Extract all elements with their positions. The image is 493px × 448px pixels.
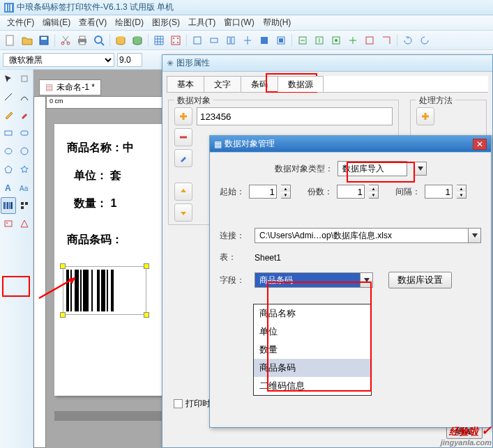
align4-button[interactable]: [240, 33, 255, 48]
circle-tool[interactable]: [17, 143, 33, 160]
open-button[interactable]: [20, 33, 35, 48]
field-combo[interactable]: 商品条码: [255, 272, 373, 288]
snap4-button[interactable]: [345, 33, 361, 48]
field-dropdown-list[interactable]: 商品名称 单位 数量 商品条码 二维码信息: [253, 304, 372, 396]
field-option-0[interactable]: 商品名称: [254, 304, 371, 323]
align2-button[interactable]: [206, 33, 222, 48]
rot1-button[interactable]: [400, 33, 416, 48]
svg-point-18: [173, 42, 174, 43]
brush-tool[interactable]: [17, 107, 33, 123]
menu-file[interactable]: 文件(F): [3, 15, 38, 30]
close-button[interactable]: ✕: [473, 139, 487, 150]
snap1-button[interactable]: [295, 33, 310, 48]
menu-draw[interactable]: 绘图(D): [111, 15, 148, 30]
ellipse-tool[interactable]: [1, 143, 16, 160]
align6-button[interactable]: [273, 33, 289, 48]
field-option-1[interactable]: 单位: [254, 323, 371, 341]
start-input[interactable]: [249, 185, 277, 199]
connect-combo[interactable]: C:\Users\Admi…op\数据库信息.xlsx: [255, 228, 481, 243]
roundrect-tool[interactable]: [17, 125, 33, 141]
sel-handle-sw[interactable]: [60, 312, 66, 318]
shape-tool[interactable]: [17, 215, 33, 232]
count-input[interactable]: [337, 185, 365, 199]
scrollbar-h[interactable]: [54, 411, 173, 421]
document-tab[interactable]: ▤ 未命名-1 *: [39, 79, 101, 95]
dialog1-titlebar[interactable]: ✳ 图形属性: [162, 55, 492, 72]
field-option-3[interactable]: 商品条码: [254, 359, 371, 377]
rot2-button[interactable]: [417, 33, 432, 48]
db2-button[interactable]: [130, 33, 145, 48]
interval-spinner[interactable]: ▲▼: [457, 185, 467, 199]
barcode-tool[interactable]: [1, 197, 16, 214]
menu-help[interactable]: 帮助(H): [259, 15, 296, 30]
grid-button[interactable]: [151, 33, 167, 48]
type-dropdown-button[interactable]: [414, 162, 427, 176]
data-value-input[interactable]: [197, 107, 393, 125]
type-combo[interactable]: 数据库导入: [337, 161, 407, 176]
tab-barcode[interactable]: 条码: [241, 76, 278, 92]
method-add-button[interactable]: [416, 107, 434, 125]
label-qty[interactable]: 数量： 1: [74, 196, 116, 211]
field-option-2[interactable]: 数量: [254, 341, 371, 359]
label-canvas[interactable]: 商品名称：中 单位： 套 数量： 1 商品条码：: [54, 124, 180, 396]
align5-button[interactable]: [257, 33, 272, 48]
pointer-tool[interactable]: [1, 70, 16, 87]
font-size-input[interactable]: [117, 53, 142, 67]
field-option-4[interactable]: 二维码信息: [254, 377, 371, 395]
star-tool[interactable]: [17, 161, 33, 178]
tab-text[interactable]: 文字: [204, 76, 241, 92]
grid2-button[interactable]: [168, 33, 183, 48]
menu-view[interactable]: 查看(V): [75, 15, 111, 30]
hand-tool[interactable]: [17, 70, 33, 87]
snap2-button[interactable]: [312, 33, 327, 48]
db-settings-button[interactable]: 数据库设置: [388, 272, 452, 288]
database-button[interactable]: [113, 33, 128, 48]
barcode-object[interactable]: [63, 266, 146, 315]
print-save-checkbox[interactable]: [174, 399, 183, 408]
interval-input[interactable]: [425, 185, 453, 199]
count-spinner[interactable]: ▲▼: [369, 185, 379, 199]
font-family-select[interactable]: 微软雅黑: [3, 53, 114, 67]
dialog2-titlebar[interactable]: ▦ 数据对象管理 ✕: [210, 136, 491, 153]
start-spinner[interactable]: ▲▼: [281, 185, 291, 199]
save-button[interactable]: [36, 33, 52, 48]
svg-rect-11: [79, 42, 85, 45]
align3-button[interactable]: [223, 33, 238, 48]
polygon-tool[interactable]: [1, 161, 16, 178]
menu-edit[interactable]: 编辑(E): [38, 15, 75, 30]
sel-handle-nw[interactable]: [60, 263, 66, 269]
label-unit[interactable]: 单位： 套: [74, 169, 121, 183]
curve-tool[interactable]: [17, 88, 33, 105]
label-barcode-label[interactable]: 商品条码：: [67, 233, 123, 247]
edit-data-button[interactable]: [174, 149, 192, 167]
rect-tool[interactable]: [1, 125, 16, 141]
snap5-button[interactable]: [362, 33, 377, 48]
move-down-button[interactable]: [174, 203, 192, 222]
text-tool[interactable]: A: [1, 179, 16, 196]
image-tool[interactable]: [1, 215, 16, 232]
pen-tool[interactable]: [1, 107, 16, 123]
snap3-button[interactable]: [328, 33, 344, 48]
add-data-button[interactable]: [174, 107, 192, 125]
field-dropdown-button[interactable]: [360, 273, 372, 287]
new-button[interactable]: [3, 33, 18, 48]
preview-button[interactable]: [91, 33, 107, 48]
richtext-tool[interactable]: Aa: [17, 179, 33, 196]
menu-window[interactable]: 窗口(W): [220, 15, 258, 30]
snap6-button[interactable]: [379, 33, 394, 48]
menu-tool[interactable]: 工具(T): [184, 15, 220, 30]
line-tool[interactable]: [1, 88, 16, 105]
tab-basic[interactable]: 基本: [167, 76, 204, 92]
move-up-button[interactable]: [174, 183, 192, 201]
print-button[interactable]: [75, 33, 90, 48]
cut-button[interactable]: [58, 33, 73, 48]
connect-dropdown-button[interactable]: [468, 229, 480, 242]
sel-handle-ne[interactable]: [144, 263, 149, 269]
remove-data-button[interactable]: [174, 128, 192, 146]
menu-shape[interactable]: 图形(S): [148, 15, 184, 30]
label-product-name[interactable]: 商品名称：中: [67, 141, 134, 155]
qrcode-tool[interactable]: [17, 197, 32, 214]
tab-datasource[interactable]: 数据源: [278, 76, 324, 92]
align1-button[interactable]: [190, 33, 205, 48]
sel-handle-se[interactable]: [144, 312, 149, 318]
